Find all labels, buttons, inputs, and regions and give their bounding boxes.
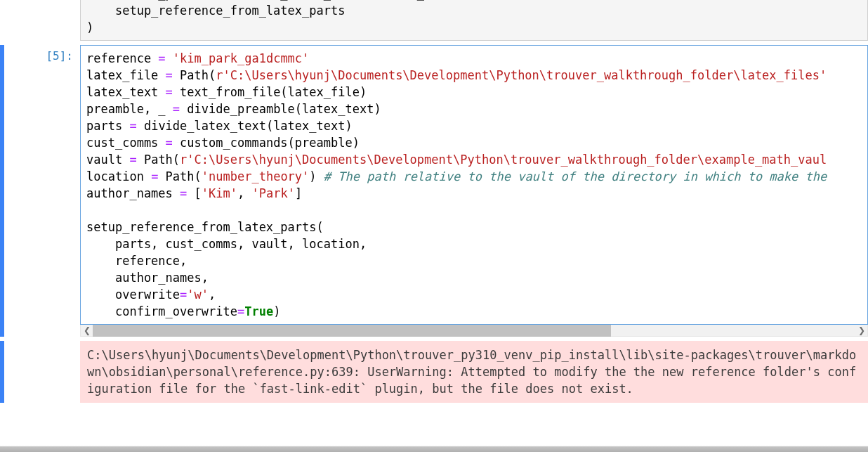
code-token: divide_latex_text(latex_text): [137, 119, 353, 133]
horizontal-scrollbar[interactable]: ❮ ❯: [80, 325, 868, 337]
cell-output-5: C:\Users\hyunj\Documents\Development\Pyt…: [0, 341, 868, 403]
code-token: 'w': [187, 288, 209, 302]
code-token: vault: [86, 153, 129, 167]
code-token: 'number_theory': [202, 169, 310, 183]
code-token: Path(: [137, 153, 180, 167]
code-line: parts, cust_comms, vault, location,: [86, 235, 862, 252]
code-token: parts, cust_comms, vault, location,: [86, 237, 367, 251]
code-token: ,: [237, 186, 251, 200]
code-line: preamble, _ = divide_preamble(latex_text…: [86, 101, 862, 117]
scroll-thumb[interactable]: [93, 325, 611, 337]
code-line: setup_reference_from_latex_parts: [86, 2, 862, 19]
code-token: =: [180, 186, 187, 200]
code-token: r'C:\Users\hyunj\Documents\Development\P…: [216, 68, 827, 82]
code-token: author_names: [86, 186, 180, 200]
code-token: =: [166, 136, 173, 150]
code-token: =: [151, 169, 158, 183]
cell-prompt: [4, 0, 80, 41]
code-token: =: [158, 51, 165, 65]
code-line: author_names,: [86, 269, 862, 286]
code-line: [86, 202, 862, 219]
code-cell-prev: divide_preamble, divide_latex_text, cust…: [0, 0, 868, 41]
code-token: parts: [86, 119, 129, 133]
output-prompt: [4, 341, 80, 403]
notebook: divide_preamble, divide_latex_text, cust…: [0, 0, 868, 452]
code-token: [166, 51, 173, 65]
bottom-border: [0, 446, 868, 452]
code-token: divide_preamble, divide_latex_text, cust…: [86, 0, 489, 1]
scroll-left-arrow-icon[interactable]: ❮: [81, 325, 93, 337]
code-line: parts = divide_latex_text(latex_text): [86, 117, 862, 134]
code-token: text_from_file(latex_file): [173, 85, 367, 99]
stderr-output[interactable]: C:\Users\hyunj\Documents\Development\Pyt…: [80, 341, 868, 403]
code-token: author_names,: [86, 271, 209, 285]
code-token: ]: [295, 186, 302, 200]
code-line: reference,: [86, 252, 862, 269]
code-token: location: [86, 169, 151, 183]
code-line: reference = 'kim_park_ga1dcmmc': [86, 50, 862, 67]
code-token: True: [244, 304, 273, 318]
code-token: custom_commands(preamble): [173, 136, 360, 150]
cell-prompt-5: [5]:: [4, 45, 80, 337]
code-token: 'kim_park_ga1dcmmc': [173, 51, 309, 65]
code-line: author_names = ['Kim', 'Park']: [86, 185, 862, 202]
code-token: preamble, _: [86, 102, 173, 116]
code-line: confirm_overwrite=True): [86, 303, 862, 320]
code-token: =: [129, 119, 136, 133]
code-line: setup_reference_from_latex_parts(: [86, 219, 862, 235]
code-token: 'Park': [251, 186, 294, 200]
code-cell-5: [5]: reference = 'kim_park_ga1dcmmc'late…: [0, 45, 868, 337]
code-token: ,: [209, 288, 216, 302]
code-line: latex_file = Path(r'C:\Users\hyunj\Docum…: [86, 67, 862, 84]
code-token: =: [173, 102, 180, 116]
scroll-track[interactable]: [93, 325, 855, 337]
scroll-right-arrow-icon[interactable]: ❯: [855, 325, 867, 337]
code-line: overwrite='w',: [86, 286, 862, 303]
code-token: divide_preamble(latex_text): [180, 102, 381, 116]
code-token: setup_reference_from_latex_parts: [86, 4, 345, 18]
code-token: 'Kim': [202, 186, 237, 200]
code-editor-prev[interactable]: divide_preamble, divide_latex_text, cust…: [80, 0, 868, 41]
code-line: location = Path('number_theory') # The p…: [86, 168, 862, 185]
code-token: latex_text: [86, 85, 166, 99]
code-token: confirm_overwrite: [86, 304, 237, 318]
code-token: =: [166, 85, 173, 99]
code-token: Path(: [173, 68, 216, 82]
code-line: latex_text = text_from_file(latex_file): [86, 84, 862, 101]
code-line: vault = Path(r'C:\Users\hyunj\Documents\…: [86, 151, 862, 168]
code-token: =: [180, 288, 187, 302]
code-token: reference,: [86, 254, 187, 268]
code-token: overwrite: [86, 288, 180, 302]
code-token: Path(: [158, 169, 201, 183]
code-token: latex_file: [86, 68, 166, 82]
code-token: =: [129, 153, 136, 167]
code-token: setup_reference_from_latex_parts(: [86, 220, 324, 234]
code-token: ): [309, 169, 323, 183]
code-token: r'C:\Users\hyunj\Documents\Development\P…: [180, 153, 827, 167]
code-token: =: [237, 304, 244, 318]
code-token: [: [187, 186, 201, 200]
code-token: # The path relative to the vault of the …: [324, 169, 827, 183]
code-token: =: [166, 68, 173, 82]
code-token: ): [273, 304, 280, 318]
code-token: ): [86, 20, 93, 34]
code-line: ): [86, 19, 862, 36]
code-line: cust_comms = custom_commands(preamble): [86, 134, 862, 151]
code-token: reference: [86, 51, 158, 65]
code-editor-5[interactable]: reference = 'kim_park_ga1dcmmc'latex_fil…: [80, 45, 868, 325]
code-token: cust_comms: [86, 136, 166, 150]
